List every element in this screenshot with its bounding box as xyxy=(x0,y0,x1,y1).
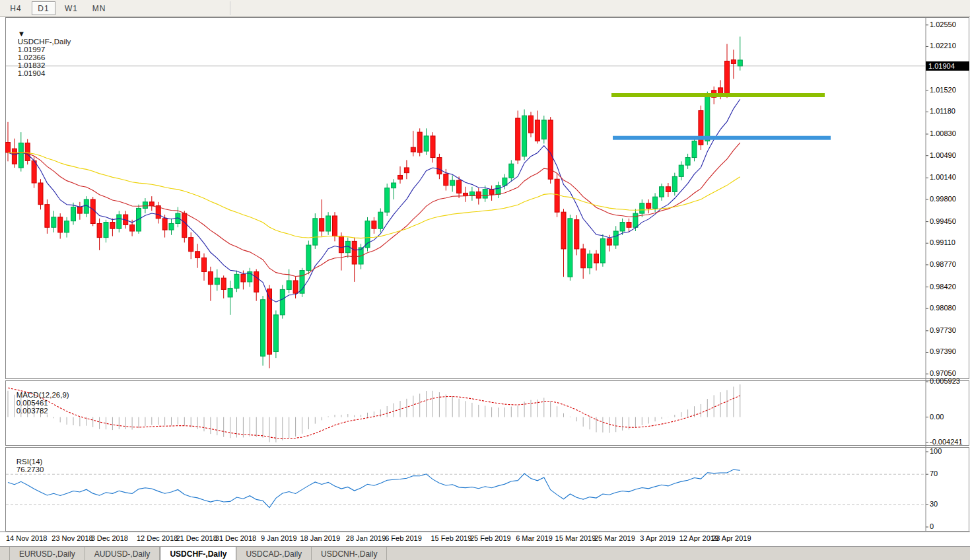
candle-body xyxy=(162,219,167,230)
rsi-axis-tick-label: 100 xyxy=(930,447,942,455)
candle-body xyxy=(607,239,611,246)
price-axis-tick-label: 1.00830 xyxy=(930,129,956,137)
candle-body xyxy=(464,193,468,195)
rsi-name: RSI(14) xyxy=(17,458,43,466)
candle-body xyxy=(110,223,115,229)
candle-body xyxy=(516,118,520,160)
price-axis-tick-label: 0.98420 xyxy=(930,283,956,291)
candle-body xyxy=(333,216,337,236)
macd-indicator-label: MACD(12,26,9) 0.005461 0.003782 xyxy=(8,383,69,423)
candle-body xyxy=(633,213,638,227)
candle-body xyxy=(65,221,69,232)
candle-body xyxy=(502,178,507,186)
price-axis-tick-label: 0.99110 xyxy=(930,238,955,246)
candle-body xyxy=(568,219,572,277)
date-axis-label: 31 Dec 2018 xyxy=(215,534,256,542)
candle-body xyxy=(535,120,539,141)
candle-body xyxy=(254,271,259,292)
moving-average-mid xyxy=(8,143,740,276)
candle-body xyxy=(58,217,63,232)
candle-body xyxy=(182,213,187,238)
candle-body xyxy=(660,187,664,197)
candle-body xyxy=(489,190,494,195)
rsi-axis-tick-label: 30 xyxy=(930,500,938,508)
candle-body xyxy=(228,288,232,297)
candle-body xyxy=(143,202,147,209)
rsi-axis-tick-label: 70 xyxy=(930,470,938,477)
candle-body xyxy=(378,212,383,228)
candle-body xyxy=(483,190,487,198)
candle-body xyxy=(529,116,534,133)
candle-body xyxy=(666,187,670,192)
candle-body xyxy=(104,223,108,238)
macd-axis-tick-label: 0.00 xyxy=(930,413,944,421)
candle-body xyxy=(640,203,644,213)
candle-body xyxy=(679,165,683,176)
candle-body xyxy=(437,158,442,174)
date-axis-label: 3 Dec 2018 xyxy=(91,534,128,542)
candle-body xyxy=(202,258,207,271)
candle-body xyxy=(444,174,448,186)
date-axis-label: 25 Mar 2019 xyxy=(594,534,635,542)
ohlc-close: 1.01904 xyxy=(18,69,46,77)
candle-body xyxy=(588,254,592,268)
chart-canvas[interactable] xyxy=(0,0,970,560)
chart-tab-bar: EURUSD-,DailyAUDUSD-,DailyUSDCHF-,DailyU… xyxy=(0,546,970,560)
date-axis-label: 9 Jan 2019 xyxy=(261,534,296,542)
candle-body xyxy=(555,179,559,212)
candle-body xyxy=(306,245,311,270)
candle-body xyxy=(241,274,246,282)
candle-body xyxy=(424,136,429,151)
candle-body xyxy=(431,136,435,158)
candle-body xyxy=(97,223,102,237)
candle-body xyxy=(457,180,462,193)
chart-collapse-arrow[interactable]: ▼ xyxy=(18,30,25,38)
candle-body xyxy=(320,219,324,231)
price-axis-tick-label: 0.97050 xyxy=(930,369,956,377)
ohlc-open: 1.01997 xyxy=(18,46,46,53)
candle-body xyxy=(149,202,154,206)
candle-body xyxy=(522,116,527,156)
date-axis-label: 21 Dec 2018 xyxy=(176,534,217,542)
candle-body xyxy=(32,160,36,183)
candle-body xyxy=(6,143,11,153)
candle-body xyxy=(385,188,390,213)
date-axis-label: 6 Feb 2019 xyxy=(385,534,422,542)
price-axis-tick-label: 1.02550 xyxy=(930,20,956,28)
trading-terminal-window: H4D1W1MN ▼ USDCHF-,Daily 1.01997 1.02366… xyxy=(0,0,970,560)
candle-body xyxy=(731,60,736,64)
candle-body xyxy=(195,252,200,258)
candle-body xyxy=(411,147,415,152)
ohlc-low: 1.01832 xyxy=(18,61,46,69)
date-axis-label: 25 Feb 2019 xyxy=(470,534,511,542)
candle-body xyxy=(398,175,403,179)
price-axis-tick-label: 0.97730 xyxy=(930,326,956,334)
candle-body xyxy=(313,219,318,245)
price-axis-tick-label: 0.99450 xyxy=(930,217,956,225)
chart-tab-usdcnh[interactable]: USDCNH-,Daily xyxy=(312,547,387,560)
candle-body xyxy=(287,281,291,289)
candlestick-series xyxy=(6,36,743,368)
date-axis-label: 6 Mar 2019 xyxy=(516,534,553,542)
price-axis-tick-label: 1.02210 xyxy=(930,42,956,50)
chart-tab-usdchf[interactable]: USDCHF-,Daily xyxy=(160,547,236,560)
chart-tab-audusd[interactable]: AUDUSD-,Daily xyxy=(85,547,160,560)
candle-body xyxy=(561,212,566,249)
macd-name: MACD(12,26,9) xyxy=(17,391,69,399)
candle-body xyxy=(300,271,304,294)
date-axis-label: 15 Mar 2019 xyxy=(555,534,596,542)
chart-tab-usdcad[interactable]: USDCAD-,Daily xyxy=(236,547,312,560)
candle-body xyxy=(12,149,17,164)
candle-body xyxy=(221,278,226,289)
candle-body xyxy=(672,176,677,192)
candle-body xyxy=(574,220,579,249)
candle-body xyxy=(646,203,651,209)
candle-body xyxy=(130,225,135,231)
candle-body xyxy=(77,207,82,214)
candle-body xyxy=(280,289,285,314)
price-axis-tick-label: 0.97390 xyxy=(930,347,956,355)
rsi-value: 76.2730 xyxy=(17,466,44,473)
candle-body xyxy=(293,281,298,293)
candle-body xyxy=(404,168,409,173)
chart-tab-eurusd[interactable]: EURUSD-,Daily xyxy=(9,547,85,560)
